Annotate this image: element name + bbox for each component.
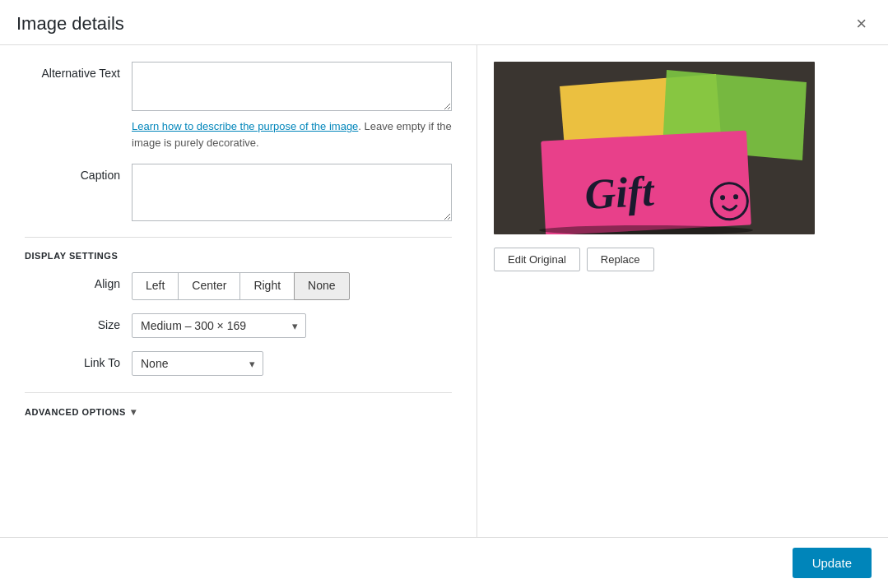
link-to-row: Link To None Media File Attachment Page … xyxy=(25,351,452,376)
modal-body: Alternative Text Learn how to describe t… xyxy=(0,45,888,537)
section-divider xyxy=(25,237,452,238)
align-row: Align Left Center Right None xyxy=(25,272,452,300)
left-panel: Alternative Text Learn how to describe t… xyxy=(0,45,477,537)
align-buttons-group: Left Center Right None xyxy=(132,272,452,300)
link-to-label: Link To xyxy=(25,351,132,369)
size-select-wrap: Thumbnail – 150 × 150 Medium – 300 × 169… xyxy=(132,313,306,338)
alt-text-help-link[interactable]: Learn how to describe the purpose of the… xyxy=(132,120,358,132)
alt-text-input[interactable] xyxy=(132,62,452,111)
align-left-button[interactable]: Left xyxy=(132,272,179,300)
alt-text-row: Alternative Text Learn how to describe t… xyxy=(25,62,452,150)
modal-footer: Update xyxy=(0,537,888,588)
link-select-wrap: None Media File Attachment Page Custom U… xyxy=(132,351,263,376)
svg-text:Gift: Gift xyxy=(583,167,656,217)
close-button[interactable]: × xyxy=(851,13,872,35)
alt-text-label: Alternative Text xyxy=(25,62,132,80)
align-center-button[interactable]: Center xyxy=(178,272,240,300)
chevron-down-icon: ▾ xyxy=(131,406,137,418)
size-control-wrap: Thumbnail – 150 × 150 Medium – 300 × 169… xyxy=(132,313,452,338)
image-preview: Gift xyxy=(494,62,815,234)
advanced-options-label: ADVANCED OPTIONS xyxy=(25,407,126,417)
link-to-control-wrap: None Media File Attachment Page Custom U… xyxy=(132,351,452,376)
modal-title: Image details xyxy=(16,13,124,35)
image-actions: Edit Original Replace xyxy=(494,248,654,271)
advanced-options-toggle[interactable]: ADVANCED OPTIONS ▾ xyxy=(25,406,136,418)
modal-container: Image details × Alternative Text Learn h… xyxy=(0,0,888,588)
link-to-select[interactable]: None Media File Attachment Page Custom U… xyxy=(132,351,263,376)
caption-label: Caption xyxy=(25,164,132,182)
size-select[interactable]: Thumbnail – 150 × 150 Medium – 300 × 169… xyxy=(132,313,306,338)
edit-original-button[interactable]: Edit Original xyxy=(494,248,580,271)
align-control-wrap: Left Center Right None xyxy=(132,272,452,300)
modal-header: Image details × xyxy=(0,0,888,45)
align-label: Align xyxy=(25,272,132,290)
caption-control-wrap xyxy=(132,164,452,224)
preview-image: Gift xyxy=(494,62,815,234)
alt-text-help: Learn how to describe the purpose of the… xyxy=(132,118,452,150)
display-settings-heading: DISPLAY SETTINGS xyxy=(25,251,452,261)
replace-button[interactable]: Replace xyxy=(587,248,654,271)
alt-text-control-wrap: Learn how to describe the purpose of the… xyxy=(132,62,452,150)
size-label: Size xyxy=(25,313,132,331)
caption-input[interactable] xyxy=(132,164,452,221)
caption-row: Caption xyxy=(25,164,452,224)
size-row: Size Thumbnail – 150 × 150 Medium – 300 … xyxy=(25,313,452,338)
align-none-button[interactable]: None xyxy=(294,272,349,300)
right-panel: Gift Edit Original Replace xyxy=(477,45,888,537)
update-button[interactable]: Update xyxy=(793,548,872,578)
align-right-button[interactable]: Right xyxy=(239,272,295,300)
advanced-options-section: ADVANCED OPTIONS ▾ xyxy=(25,392,452,418)
